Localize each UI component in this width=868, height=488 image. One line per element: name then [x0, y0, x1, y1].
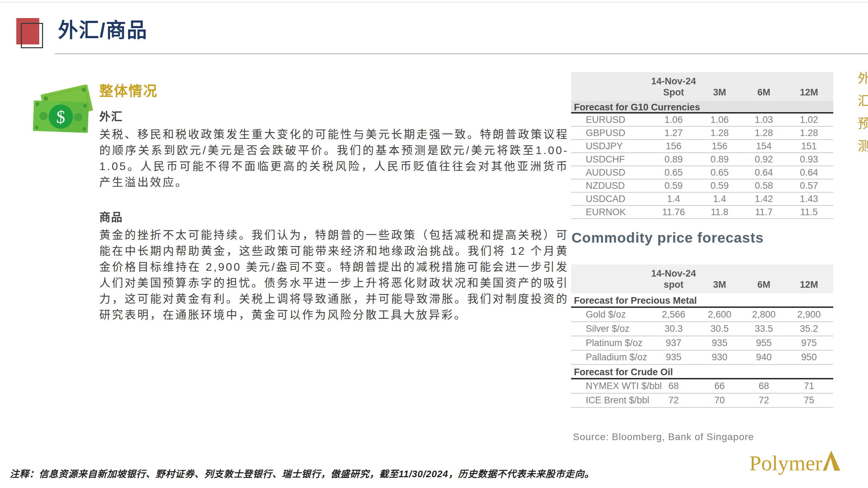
overview-heading: 整体情况 [99, 80, 569, 100]
table-row: AUDUSD 0.65 0.65 0.64 0.64 [571, 166, 833, 179]
fx-subheading: 外汇 [99, 108, 569, 124]
fx-forecast-table: 14-Nov-24 Spot 3M 6M 12M Forecast for G1… [571, 72, 833, 219]
table-row: Silver $/oz 30.3 30.5 33.5 35.2 [571, 322, 833, 336]
table-row: Platinum $/oz 937 935 955 975 [571, 336, 833, 351]
commodity-header-6m: 6M [743, 279, 785, 290]
currency-pair-label: USDCAD [571, 194, 651, 204]
polymer-logo-triangle-icon [823, 451, 840, 472]
page-title: 外汇/商品 [58, 14, 148, 43]
commodity-header-date: 14-Nov-24 [651, 268, 696, 279]
table-row: EURNOK 11.76 11.8 11.7 11.5 [571, 206, 833, 219]
fx-paragraph: 关税、移民和税收政策发生重大变化的可能性与美元长期走强一致。特朗普政策议程的顺序… [99, 126, 569, 190]
table-row: Palladium $/oz 935 930 940 950 [571, 351, 833, 365]
table-row: EURUSD 1.06 1.06 1.03 1.02 [571, 113, 833, 127]
fx-header-6m: 6M [743, 87, 785, 98]
table-row: USDJPY 156 156 154 151 [571, 140, 833, 153]
currency-pair-label: USDCHF [571, 154, 651, 165]
currency-pair-label: GBPUSD [571, 128, 651, 138]
currency-pair-label: AUDUSD [571, 167, 651, 178]
commodity-label: NYMEX WTI $/bbl [571, 381, 651, 392]
table-row: ICE Brent $/bbl 72 70 72 75 [571, 394, 833, 408]
source-note: Source: Bloomberg, Bank of Singapore [573, 431, 754, 443]
table-row: USDCHF 0.89 0.89 0.92 0.93 [571, 153, 833, 166]
commodity-label: ICE Brent $/bbl [571, 395, 651, 406]
commodity-subheading: 商品 [99, 208, 569, 224]
title-divider [55, 53, 868, 54]
footnote: 注释：信息资源来自新加坡银行、野村证券、列支敦士登银行、瑞士银行，傲盛研究，截至… [10, 466, 594, 480]
fx-section-header: Forecast for G10 Currencies [571, 101, 833, 113]
slide-canvas: 外汇/商品 $ 整体情况 [0, 0, 868, 488]
commodity-label: Palladium $/oz [571, 352, 651, 363]
commodity-label: Silver $/oz [571, 323, 651, 334]
paragraph-gap [99, 190, 569, 208]
outline-square-decoration [21, 23, 43, 48]
fx-header-date: 14-Nov-24 [651, 76, 696, 87]
commodity-label: Platinum $/oz [571, 338, 651, 348]
currency-pair-label: EURUSD [571, 115, 651, 125]
fx-table-header: 14-Nov-24 Spot 3M 6M 12M [571, 72, 833, 101]
commodity-forecast-table: 14-Nov-24 spot 3M 6M 12M Forecast for Pr… [571, 264, 833, 408]
table-row: USDCAD 1.4 1.4 1.42 1.43 [571, 193, 833, 206]
crude-oil-section-header: Forecast for Crude Oil [571, 365, 833, 379]
fx-header-12m: 12M [785, 87, 833, 98]
fx-header-3m: 3M [696, 87, 743, 98]
vertical-sidebar-label: 外汇预测 [853, 71, 868, 162]
table-row: Gold $/oz 2,566 2,600 2,800 2,900 [571, 308, 833, 322]
currency-pair-label: EURNOK [571, 207, 651, 218]
polymer-logo: Polymer [749, 451, 840, 473]
table-row: NZDUSD 0.59 0.59 0.58 0.57 [571, 179, 833, 193]
commodity-header-3m: 3M [696, 279, 743, 290]
overview-section: 整体情况 外汇 关税、移民和税收政策发生重大变化的可能性与美元长期走强一致。特朗… [99, 80, 569, 323]
commodity-paragraph: 黄金的挫折不太可能持续。我们认为，特朗普的一些政策（包括减税和提高关税）可能在中… [99, 227, 569, 323]
money-banknotes-icon: $ [32, 85, 94, 140]
top-divider [0, 2, 868, 2]
fx-header-spot: Spot [651, 87, 696, 98]
commodity-header-spot: spot [651, 279, 696, 290]
commodity-table-title: Commodity price forecasts [571, 230, 764, 246]
precious-metal-section-header: Forecast for Precious Metal [571, 293, 833, 308]
table-row: NYMEX WTI $/bbl 68 66 68 71 [571, 379, 833, 394]
commodity-label: Gold $/oz [571, 309, 651, 320]
commodity-header-12m: 12M [785, 279, 833, 290]
table-row: GBPUSD 1.27 1.28 1.28 1.28 [571, 127, 833, 140]
currency-pair-label: NZDUSD [571, 180, 651, 191]
svg-text:$: $ [56, 107, 66, 127]
polymer-logo-text: Polymer [749, 453, 822, 473]
commodity-table-header: 14-Nov-24 spot 3M 6M 12M [571, 264, 833, 293]
currency-pair-label: USDJPY [571, 141, 651, 152]
